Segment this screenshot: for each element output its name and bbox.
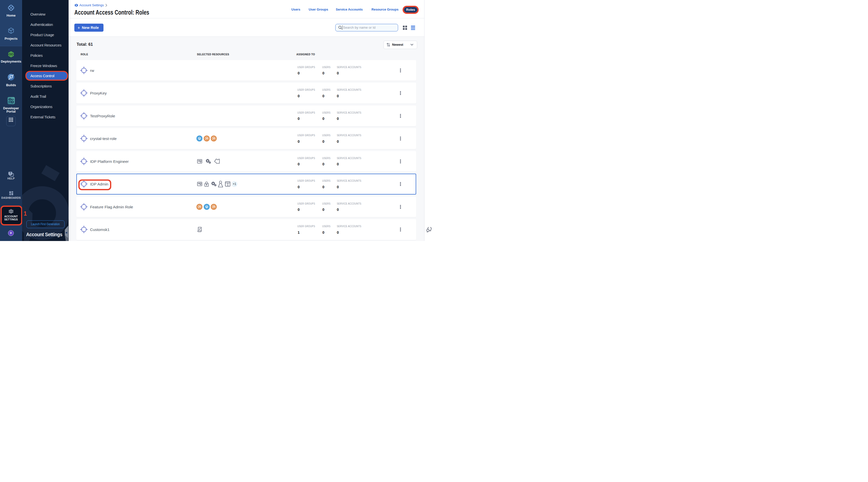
svg-text:?: ? — [9, 172, 11, 175]
